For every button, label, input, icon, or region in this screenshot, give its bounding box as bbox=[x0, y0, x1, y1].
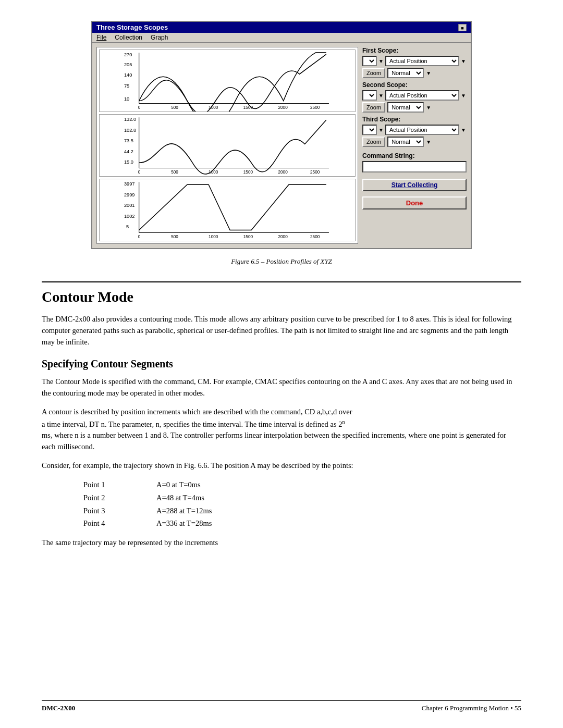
chart-svg-x: 270 205 140 75 10 0 500 1000 1500 2000 2… bbox=[100, 50, 355, 112]
first-scope-group: First Scope: X ▼ Actual Position ▼ bbox=[362, 47, 467, 78]
second-scope-axis-select[interactable]: Y bbox=[362, 90, 377, 101]
table-row: Point 4 A=336 at T=28ms bbox=[83, 517, 521, 530]
svg-text:0: 0 bbox=[138, 170, 141, 175]
table-row: Point 3 A=288 at T=12ms bbox=[83, 504, 521, 517]
svg-text:270: 270 bbox=[124, 52, 132, 57]
svg-text:132.0: 132.0 bbox=[124, 117, 136, 122]
para3-start: A contour is described by position incre… bbox=[42, 408, 352, 416]
svg-text:1500: 1500 bbox=[243, 170, 253, 175]
paragraph-1: The DMC-2x00 also provides a contouring … bbox=[42, 314, 521, 348]
svg-text:500: 500 bbox=[171, 170, 178, 175]
para3-sup: n bbox=[342, 419, 345, 425]
svg-text:75: 75 bbox=[124, 83, 129, 89]
third-scope-signal-select[interactable]: Actual Position bbox=[385, 125, 459, 135]
svg-text:3997: 3997 bbox=[124, 181, 135, 187]
window-icon[interactable]: ■ bbox=[458, 24, 467, 31]
subsection-title: Specifying Contour Segments bbox=[42, 358, 521, 370]
charts-area: 270 205 140 75 10 0 500 1000 1500 2000 2… bbox=[96, 47, 358, 244]
point-label-4: Point 4 bbox=[83, 517, 125, 530]
menu-file[interactable]: File bbox=[96, 34, 106, 41]
third-scope-group: Third Scope: Z ▼ Actual Position ▼ bbox=[362, 116, 467, 147]
start-collecting-button[interactable]: Start Collecting bbox=[362, 179, 467, 191]
svg-text:5: 5 bbox=[126, 224, 129, 229]
second-scope-label: Second Scope: bbox=[362, 81, 467, 89]
svg-text:15.0: 15.0 bbox=[124, 159, 133, 165]
svg-text:2999: 2999 bbox=[124, 192, 135, 198]
table-row: Point 1 A=0 at T=0ms bbox=[83, 478, 521, 491]
third-scope-mode-select[interactable]: Normal bbox=[387, 137, 424, 147]
first-scope-zoom-button[interactable]: Zoom bbox=[362, 68, 385, 78]
svg-text:2000: 2000 bbox=[278, 235, 288, 239]
first-scope-label: First Scope: bbox=[362, 47, 467, 54]
point-value-3: A=288 at T=12ms bbox=[156, 504, 250, 517]
first-scope-row1: X ▼ Actual Position ▼ bbox=[362, 56, 467, 66]
done-button[interactable]: Done bbox=[362, 196, 467, 209]
figure-container: Three Storage Scopes ■ File Collection G… bbox=[42, 21, 521, 249]
figure-titlebar: Three Storage Scopes ■ bbox=[92, 22, 471, 33]
command-string-group: Command String: bbox=[362, 150, 467, 172]
second-scope-row2: Zoom Normal ▼ bbox=[362, 102, 467, 113]
chart-panel-z: 3997 2999 2001 1002 5 0 500 1000 1500 20… bbox=[99, 179, 356, 241]
svg-text:73.5: 73.5 bbox=[124, 138, 133, 143]
svg-text:500: 500 bbox=[171, 105, 178, 110]
controls-area: First Scope: X ▼ Actual Position ▼ bbox=[362, 47, 467, 244]
chart-svg-z: 3997 2999 2001 1002 5 0 500 1000 1500 20… bbox=[100, 179, 355, 241]
chart-svg-y: 132.0 102.8 73.5 44.2 15.0 0 500 1000 15… bbox=[100, 115, 355, 176]
third-scope-zoom-button[interactable]: Zoom bbox=[362, 137, 385, 147]
window-title: Three Storage Scopes bbox=[96, 23, 168, 31]
footer-left: DMC-2X00 bbox=[42, 704, 75, 712]
svg-text:1500: 1500 bbox=[243, 235, 253, 239]
svg-text:2500: 2500 bbox=[310, 170, 320, 175]
first-scope-signal-select[interactable]: Actual Position bbox=[385, 56, 459, 66]
point-value-4: A=336 at T=28ms bbox=[156, 517, 250, 530]
svg-text:2000: 2000 bbox=[278, 170, 288, 175]
svg-text:140: 140 bbox=[124, 72, 132, 78]
first-scope-axis-select[interactable]: X bbox=[362, 56, 377, 66]
paragraph-2: The Contour Mode is specified with the c… bbox=[42, 376, 521, 399]
svg-text:1000: 1000 bbox=[209, 235, 218, 239]
third-scope-axis-select[interactable]: Z bbox=[362, 125, 377, 135]
command-string-label: Command String: bbox=[362, 152, 467, 159]
chart-panel-y: 132.0 102.8 73.5 44.2 15.0 0 500 1000 15… bbox=[99, 114, 356, 177]
figure-box: Three Storage Scopes ■ File Collection G… bbox=[91, 21, 472, 249]
third-scope-label: Third Scope: bbox=[362, 116, 467, 123]
svg-text:500: 500 bbox=[171, 235, 178, 239]
point-value-2: A=48 at T=4ms bbox=[156, 491, 250, 504]
menu-graph[interactable]: Graph bbox=[151, 34, 168, 41]
svg-text:44.2: 44.2 bbox=[124, 149, 133, 154]
point-label-2: Point 2 bbox=[83, 491, 125, 504]
second-scope-signal-select[interactable]: Actual Position bbox=[385, 90, 459, 101]
svg-text:0: 0 bbox=[138, 105, 141, 110]
page: Three Storage Scopes ■ File Collection G… bbox=[0, 0, 563, 728]
para3-end: ms, where n is a number between 1 and 8.… bbox=[42, 431, 506, 451]
first-scope-row2: Zoom Normal ▼ bbox=[362, 68, 467, 78]
third-scope-row2: Zoom Normal ▼ bbox=[362, 137, 467, 147]
para3-middle: a time interval, DT n. The parameter, n,… bbox=[42, 419, 342, 428]
svg-text:205: 205 bbox=[124, 62, 132, 67]
svg-text:2500: 2500 bbox=[310, 235, 320, 239]
second-scope-zoom-button[interactable]: Zoom bbox=[362, 102, 385, 113]
section-title: Contour Mode bbox=[42, 289, 521, 305]
footer-right: Chapter 6 Programming Motion • 55 bbox=[422, 704, 521, 712]
figure-menubar: File Collection Graph bbox=[92, 33, 471, 43]
figure-content: 270 205 140 75 10 0 500 1000 1500 2000 2… bbox=[92, 43, 471, 248]
table-row: Point 2 A=48 at T=4ms bbox=[83, 491, 521, 504]
page-footer: DMC-2X00 Chapter 6 Programming Motion • … bbox=[42, 700, 521, 712]
first-scope-mode-select[interactable]: Normal bbox=[387, 68, 424, 78]
svg-text:2000: 2000 bbox=[278, 105, 288, 110]
figure-caption: Figure 6.5 – Position Profiles of XYZ bbox=[42, 257, 521, 266]
points-table: Point 1 A=0 at T=0ms Point 2 A=48 at T=4… bbox=[83, 478, 521, 530]
menu-collection[interactable]: Collection bbox=[115, 34, 142, 41]
svg-text:102.8: 102.8 bbox=[124, 128, 136, 133]
point-label-1: Point 1 bbox=[83, 478, 125, 491]
svg-text:10: 10 bbox=[124, 96, 129, 102]
svg-text:2500: 2500 bbox=[310, 105, 320, 110]
command-string-input[interactable] bbox=[362, 161, 467, 172]
svg-text:2001: 2001 bbox=[124, 203, 135, 208]
second-scope-group: Second Scope: Y ▼ Actual Position ▼ bbox=[362, 81, 467, 113]
second-scope-mode-select[interactable]: Normal bbox=[387, 102, 424, 113]
paragraph-3: A contour is described by position incre… bbox=[42, 406, 521, 453]
svg-text:0: 0 bbox=[138, 235, 141, 239]
paragraph-5: The same trajectory may be represented b… bbox=[42, 537, 521, 549]
section-divider bbox=[42, 281, 521, 282]
